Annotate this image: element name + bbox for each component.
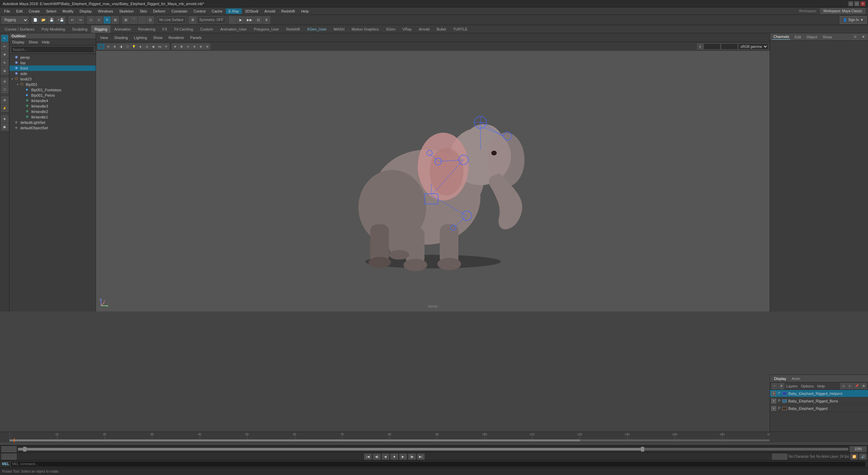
menu-skeleton[interactable]: Skeleton [116, 8, 136, 14]
render-btn[interactable]: ▶ [237, 16, 244, 24]
no-live-surface[interactable]: No Live Surface [157, 16, 186, 24]
tree-item-item6[interactable]: ▼⬡Bip001 [9, 82, 96, 87]
save-incr-btn[interactable]: +💾 [56, 16, 65, 24]
menu-deform[interactable]: Deform [151, 8, 168, 14]
vi-extra2[interactable]: ⊠ [178, 43, 184, 50]
anim-tab[interactable]: Anim [790, 376, 802, 381]
gamma-offset-input[interactable]: 0.00 [704, 43, 721, 50]
layers-menu-layers[interactable]: Layers [785, 384, 799, 388]
shelf-fitcaching[interactable]: Fit Caching [171, 25, 197, 33]
shelf-fx[interactable]: FX [159, 25, 171, 33]
render-seq-btn[interactable]: ▶▶ [245, 16, 254, 24]
range-handle-end[interactable] [641, 447, 644, 452]
rotate-tool-btn[interactable]: ↻ [1, 59, 8, 66]
window-controls[interactable]: ─ □ ✕ [848, 1, 865, 6]
play-back-btn[interactable]: ◀ [382, 454, 389, 460]
save-file-btn[interactable]: 💾 [48, 16, 55, 24]
range-handle-start[interactable] [23, 447, 26, 452]
vp-lighting[interactable]: Lighting [131, 35, 150, 40]
layer-vis[interactable]: V [771, 391, 776, 396]
layer-row-baby_elephant_rigged[interactable]: V P Baby_Elephant_Rigged [770, 405, 868, 412]
component-btn[interactable]: ⬡ [1, 86, 8, 93]
play-forward-btn[interactable]: ▶ [399, 454, 407, 460]
color-space-select[interactable]: sRGB gamma [738, 43, 768, 50]
shelf-arnold[interactable]: Arnold [415, 25, 433, 33]
tree-item-item8[interactable]: ■Bip001_Pelvis [9, 93, 96, 98]
gamma-mult-input[interactable]: 1.00 [721, 43, 738, 50]
stop-btn[interactable]: ■ [391, 454, 398, 460]
shelf-poly[interactable]: Poly Modeling [38, 25, 68, 33]
vi-display-btn[interactable]: ⊡ [105, 43, 111, 50]
outliner-show[interactable]: Show [27, 40, 39, 44]
layer-p[interactable]: P [777, 392, 782, 395]
vi-ssao-btn[interactable]: ◎ [144, 43, 150, 50]
timeline-area[interactable]: 102030405060708090100110120130140150160 [0, 432, 868, 442]
tree-item-item13[interactable]: ◈defaultLightSet [9, 120, 96, 125]
skip-start-btn[interactable]: |◀ [364, 454, 372, 460]
vi-aa-btn[interactable]: Aa [157, 43, 163, 50]
layers-pin-btn[interactable]: 📌 [854, 383, 860, 389]
soft-select-btn[interactable]: ◎ [1, 78, 8, 85]
shelf-animation[interactable]: Animation [111, 25, 134, 33]
cmd-input[interactable] [11, 461, 866, 467]
workspace-value[interactable]: Workspace: Maya Classic [820, 8, 865, 14]
range-slider[interactable] [18, 448, 848, 451]
select-tool-btn[interactable]: ↖ [1, 35, 8, 42]
rotate-btn[interactable]: ↻ [103, 16, 111, 24]
tree-item-item9[interactable]: ⊕IkHandle4 [9, 98, 96, 103]
vi-extra1[interactable]: ⊕ [172, 43, 178, 50]
layers-create-btn[interactable]: + [771, 383, 777, 389]
menu-windows[interactable]: Windows [95, 8, 116, 14]
snap-icon-btn[interactable]: ⊕ [1, 96, 8, 104]
shelf-rigging[interactable]: Rigging [91, 25, 111, 33]
menu-select[interactable]: Select [43, 8, 59, 14]
layers-menu-options[interactable]: Options [800, 384, 815, 388]
menu-skin[interactable]: Skin [137, 8, 150, 14]
tree-item-item10[interactable]: ⊕IkHandle3 [9, 103, 96, 109]
menu-3dstudio[interactable]: 3DStudi [242, 8, 261, 14]
vp-renderer[interactable]: Renderer [166, 35, 187, 40]
shelf-mash[interactable]: MASH [330, 25, 348, 33]
camera-btn[interactable]: 🎥 [229, 16, 236, 24]
tree-item-item11[interactable]: ⊕IkHandle2 [9, 109, 96, 114]
object-tab[interactable]: Object [805, 34, 818, 40]
shelf-curves[interactable]: Curves / Surfaces [1, 25, 38, 33]
shelf-motion-graphics[interactable]: Motion Graphics [348, 25, 382, 33]
vi-extra5[interactable]: ⊗ [198, 43, 204, 50]
outliner-search-input[interactable] [11, 46, 94, 53]
range-start-input[interactable]: 1 [1, 446, 17, 452]
minimize-btn[interactable]: ─ [848, 1, 853, 6]
xray-btn[interactable]: ◈ [1, 115, 8, 122]
menu-constrain[interactable]: Constrain [169, 8, 190, 14]
scale-btn[interactable]: ⊞ [112, 16, 119, 24]
paint-tool-btn[interactable]: ✏ [1, 43, 8, 50]
shelf-vray[interactable]: VRay [399, 25, 415, 33]
vi-xray-btn[interactable]: ◈ [137, 43, 143, 50]
layers-collapse-btn[interactable]: ◁ [840, 383, 846, 389]
select-btn[interactable]: ◇ [87, 16, 95, 24]
layer-p[interactable]: P [777, 399, 782, 403]
edit-tab[interactable]: Edit [793, 34, 802, 40]
vi-cam-btn[interactable]: 🎥 [97, 43, 105, 50]
tree-item-item1[interactable]: ◉persp [9, 55, 96, 60]
new-file-btn[interactable]: 📄 [32, 16, 39, 24]
redo-btn[interactable]: ↪ [77, 16, 84, 24]
outliner-help[interactable]: Help [41, 40, 51, 44]
layer-vis[interactable]: V [771, 399, 776, 403]
shading-btn[interactable]: ▣ [1, 123, 8, 131]
step-forward-btn[interactable]: |▶ [408, 454, 416, 460]
maximize-btn[interactable]: □ [854, 1, 859, 6]
menu-display[interactable]: Display [77, 8, 95, 14]
range-end2-input[interactable] [850, 446, 867, 452]
vi-shade-btn[interactable]: ◨ [118, 43, 124, 50]
vi-dof-btn[interactable]: ◉ [150, 43, 156, 50]
tree-item-item4[interactable]: ◉side [9, 71, 96, 76]
lasso-btn[interactable]: ⊂ [95, 16, 103, 24]
current-frame-input[interactable]: 1 [1, 454, 17, 460]
shelf-turtle[interactable]: TURTLE [450, 25, 471, 33]
tree-item-item5[interactable]: ▼⬡bodi23 [9, 76, 96, 82]
menu-redshift[interactable]: Redshift [279, 8, 298, 14]
vi-wire-btn[interactable]: ⬡ [124, 43, 131, 50]
vi-light-btn[interactable]: 💡 [131, 43, 137, 50]
tree-item-item14[interactable]: ◈defaultObjectSet [9, 125, 96, 131]
